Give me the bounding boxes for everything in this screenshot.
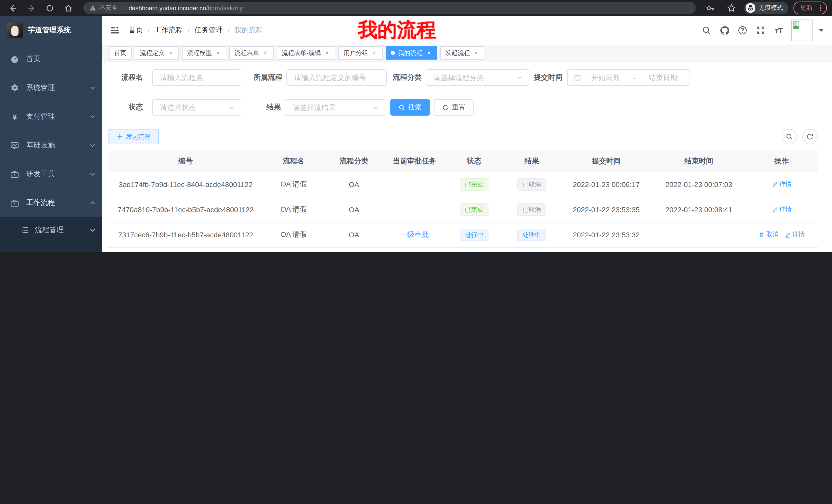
tab-流程模型[interactable]: 流程模型× xyxy=(182,46,226,60)
tab-流程表单[interactable]: 流程表单× xyxy=(229,46,274,60)
status-badge: 进行中 xyxy=(460,229,489,241)
sidebar-fold-icon[interactable] xyxy=(110,25,120,35)
detail-action-link[interactable]: 详情 xyxy=(772,205,791,214)
cell-status: 已完成 xyxy=(445,247,503,252)
close-tab-icon[interactable]: × xyxy=(262,49,268,57)
breadcrumb-task-mgmt[interactable]: 任务管理 xyxy=(194,26,223,35)
result-select[interactable] xyxy=(285,99,385,116)
cell-category: OA xyxy=(324,172,384,197)
reload-icon[interactable] xyxy=(42,2,58,14)
help-icon[interactable] xyxy=(737,25,748,35)
current-task-link[interactable]: 一级审批 xyxy=(400,230,429,239)
process-definition-input[interactable] xyxy=(286,69,387,86)
key-icon[interactable] xyxy=(703,2,718,14)
filter-name-label: 流程名 xyxy=(108,73,143,82)
tab-流程定义[interactable]: 流程定义× xyxy=(135,46,179,60)
cell-result: 通过 xyxy=(503,247,561,252)
cell-id: 7317cec6-7b9b-11ec-b5b7-acde48001122 xyxy=(108,222,263,247)
home-icon[interactable] xyxy=(61,2,76,14)
sidebar-item-home[interactable]: 首页 xyxy=(0,45,102,74)
result-badge: 已取消 xyxy=(517,203,546,216)
status-select[interactable] xyxy=(152,99,241,116)
col-actions: 操作 xyxy=(746,150,817,172)
back-icon[interactable] xyxy=(5,2,21,14)
sidebar-item-workflow[interactable]: 工作流程 xyxy=(0,189,102,217)
category-select[interactable] xyxy=(426,69,529,86)
sidebar: 芋道管理系统 首页 系统管理 ¥ 支付管理 xyxy=(0,16,102,252)
start-process-button[interactable]: 发起流程 xyxy=(108,129,159,144)
incognito-label: 无痕模式 xyxy=(758,4,783,12)
table-row: 2152467e-7b9b-11ec-9a1b-acde48001122OA 请… xyxy=(108,247,817,252)
chevron-down-icon xyxy=(89,227,96,233)
status-badge: 已完成 xyxy=(460,178,489,191)
sidebar-item-devtools[interactable]: 研发工具 xyxy=(0,160,102,189)
cell-end-time xyxy=(652,222,746,247)
tab-流程表单-编辑[interactable]: 流程表单-编辑× xyxy=(277,46,335,60)
divider xyxy=(123,5,123,11)
close-tab-icon[interactable]: × xyxy=(371,49,378,57)
table-header-row: 编号 流程名 流程分类 当前审批任务 状态 结果 提交时间 结束时间 操作 xyxy=(108,150,817,172)
avatar[interactable] xyxy=(791,20,813,41)
chevron-down-icon xyxy=(89,171,96,177)
cell-id: 3ad174fb-7b9d-11ec-8404-acde48001122 xyxy=(108,172,263,197)
show-search-icon[interactable] xyxy=(782,129,797,144)
status-badge: 已完成 xyxy=(460,203,489,216)
cell-end-time: 2022-01-23 00:08:41 xyxy=(652,197,746,222)
sidebar-item-process-mgmt[interactable]: 流程管理 xyxy=(0,217,102,243)
detail-action-link[interactable]: 详情 xyxy=(772,180,791,189)
fullscreen-icon[interactable] xyxy=(755,25,766,35)
refresh-icon[interactable] xyxy=(802,129,817,144)
incognito-icon xyxy=(746,3,755,13)
cell-result: 已取消 xyxy=(503,172,561,197)
cell-actions: 详情 xyxy=(746,247,817,252)
start-date-input[interactable] xyxy=(585,73,626,82)
close-tab-icon[interactable]: × xyxy=(167,49,174,57)
range-separator: - xyxy=(630,74,639,82)
chevron-down-icon xyxy=(228,104,234,110)
update-label: 更新 xyxy=(800,4,812,12)
sidebar-item-task-mgmt[interactable]: 任务管理 xyxy=(0,243,102,252)
tab-首页[interactable]: 首页 xyxy=(109,46,132,60)
close-tab-icon[interactable]: × xyxy=(473,49,479,57)
tab-发起流程[interactable]: 发起流程× xyxy=(440,46,485,60)
bookmark-star-icon[interactable] xyxy=(724,2,739,14)
breadcrumb-home[interactable]: 首页 xyxy=(129,26,143,35)
date-range-picker[interactable]: - xyxy=(567,69,690,86)
address-bar[interactable]: 不安全 dashboard.yudao.iocoder.cn/bpm/task/… xyxy=(83,2,696,14)
col-result: 结果 xyxy=(503,150,561,172)
reset-button[interactable]: 重置 xyxy=(434,99,474,116)
end-date-input[interactable] xyxy=(643,73,683,82)
cell-process-name: OA 请假 xyxy=(263,197,324,222)
tab-我的流程[interactable]: 我的流程× xyxy=(386,46,437,60)
breadcrumb-workflow[interactable]: 工作流程 xyxy=(154,26,183,35)
app-title: 芋道管理系统 xyxy=(28,26,71,35)
table-row: 7317cec6-7b9b-11ec-b5b7-acde48001122OA 请… xyxy=(108,222,817,247)
tab-用户分组[interactable]: 用户分组× xyxy=(338,46,383,60)
sidebar-item-payment[interactable]: ¥ 支付管理 xyxy=(0,102,102,131)
detail-action-link[interactable]: 详情 xyxy=(785,230,805,239)
cell-result: 处理中 xyxy=(503,222,561,247)
filter-submit-time-label: 提交时间 xyxy=(533,73,563,82)
cancel-action-link[interactable]: 取消 xyxy=(758,230,779,239)
close-tab-icon[interactable]: × xyxy=(426,49,432,57)
sidebar-item-system[interactable]: 系统管理 xyxy=(0,74,102,102)
font-size-icon[interactable]: ᴛT xyxy=(773,25,784,35)
cell-category: OA xyxy=(324,247,384,252)
cell-process-name: OA 请假 xyxy=(263,172,324,197)
close-tab-icon[interactable]: × xyxy=(324,49,330,57)
app-logo-row[interactable]: 芋道管理系统 xyxy=(0,16,102,45)
search-icon[interactable] xyxy=(701,25,712,35)
cell-current-task xyxy=(384,172,445,197)
result-badge: 已取消 xyxy=(517,178,546,191)
search-button[interactable]: 搜索 xyxy=(390,99,430,116)
cell-actions: 取消详情 xyxy=(746,222,817,247)
forward-icon[interactable] xyxy=(24,2,39,14)
col-name: 流程名 xyxy=(263,150,324,172)
update-button[interactable]: 更新 xyxy=(794,2,827,15)
sidebar-item-infra[interactable]: 基础设施 xyxy=(0,131,102,160)
github-icon[interactable] xyxy=(719,25,730,35)
close-tab-icon[interactable]: × xyxy=(215,49,221,57)
avatar-caret-icon[interactable] xyxy=(818,29,824,32)
process-name-input[interactable] xyxy=(152,69,241,86)
chrome-menu-icon[interactable] xyxy=(816,5,824,11)
